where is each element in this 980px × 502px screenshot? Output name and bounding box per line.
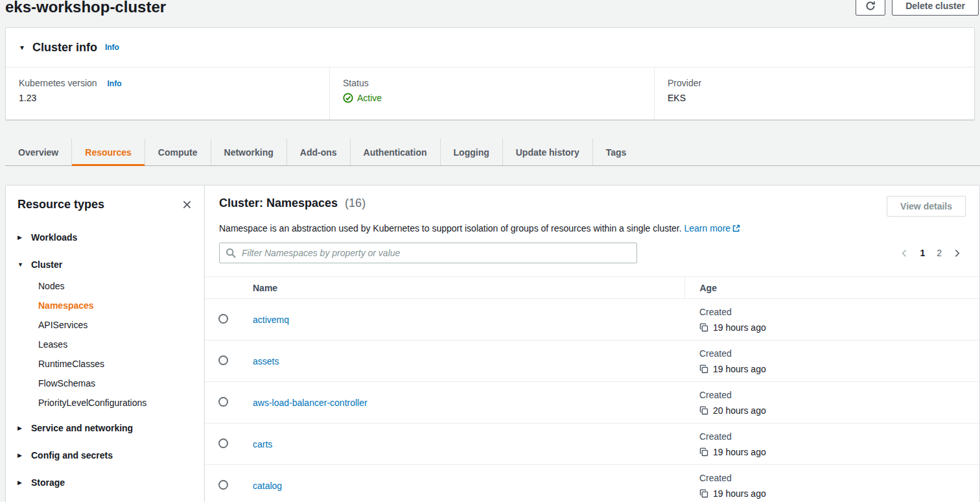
resource-item-runtimeclasses[interactable]: RuntimeClasses <box>6 354 204 374</box>
status-field: Status Active <box>330 67 655 119</box>
status-value: Active <box>343 93 654 103</box>
resource-group-service-and-networking[interactable]: ▶Service and networking <box>6 416 204 440</box>
row-radio[interactable] <box>218 480 228 490</box>
description-text: Namespace is an abstraction used by Kube… <box>219 223 682 233</box>
resource-types-panel: Resource types ▶Workloads▼ClusterNodesNa… <box>5 185 205 502</box>
age-value: 19 hours ago <box>713 321 766 334</box>
resource-group-storage[interactable]: ▶Storage <box>6 471 204 494</box>
row-radio[interactable] <box>218 355 228 365</box>
provider-value: EKS <box>668 93 974 103</box>
resource-item-nodes[interactable]: Nodes <box>6 276 204 296</box>
created-label: Created <box>699 430 979 443</box>
table-row: aws-load-balancer-controllerCreated20 ho… <box>205 382 979 424</box>
tab-networking[interactable]: Networking <box>211 139 286 165</box>
namespace-link[interactable]: activemq <box>253 315 289 325</box>
refresh-icon <box>865 1 876 11</box>
next-page-icon[interactable] <box>950 246 964 260</box>
copy-icon[interactable] <box>699 365 708 374</box>
namespaces-header: Cluster: Namespaces (16) View details <box>205 185 979 217</box>
resource-item-prioritylevelconfigurations[interactable]: PriorityLevelConfigurations <box>6 393 204 412</box>
page-title: eks-workshop-cluster <box>5 0 166 16</box>
page-number-2[interactable]: 2 <box>931 245 948 261</box>
close-icon[interactable] <box>183 200 191 209</box>
previous-page-icon[interactable] <box>898 246 911 260</box>
tab-overview[interactable]: Overview <box>5 139 71 165</box>
resource-group-workloads[interactable]: ▶Workloads <box>6 226 204 249</box>
tab-tags[interactable]: Tags <box>592 139 640 165</box>
table-header-row: Name Age <box>205 277 979 299</box>
filter-input[interactable] <box>219 243 637 263</box>
select-column-header <box>205 277 253 299</box>
resource-group-config-and-secrets[interactable]: ▶Config and secrets <box>6 444 204 467</box>
tab-authentication[interactable]: Authentication <box>350 139 440 165</box>
status-label: Status <box>343 78 654 88</box>
external-link-icon <box>732 224 740 232</box>
copy-icon[interactable] <box>699 406 708 415</box>
cluster-info-card: ▼ Cluster info Info Kubernetes version I… <box>5 27 975 120</box>
delete-cluster-button[interactable]: Delete cluster <box>892 0 979 16</box>
resource-group-label: Config and secrets <box>31 450 113 460</box>
resource-types-title: Resource types <box>18 197 104 211</box>
pagination-pages: 12 <box>914 245 948 261</box>
kubernetes-version-label: Kubernetes version <box>19 78 97 88</box>
namespaces-panel: Cluster: Namespaces (16) View details Na… <box>204 185 980 502</box>
age-value: 20 hours ago <box>713 404 766 417</box>
created-label: Created <box>699 472 979 484</box>
table-row: catalogCreated19 hours ago <box>205 465 979 502</box>
tab-compute[interactable]: Compute <box>145 139 211 165</box>
age-value: 19 hours ago <box>713 446 766 459</box>
view-details-button[interactable]: View details <box>887 196 966 217</box>
page-number-1[interactable]: 1 <box>914 245 931 261</box>
cluster-info-body: Kubernetes version Info 1.23 Status Acti… <box>6 67 974 119</box>
provider-label: Provider <box>668 78 974 88</box>
namespace-link[interactable]: aws-load-balancer-controller <box>253 398 368 408</box>
table-toolbar: 12 <box>205 235 979 263</box>
row-radio[interactable] <box>218 438 228 448</box>
caret-down-icon: ▼ <box>18 259 25 270</box>
collapse-caret-icon[interactable]: ▼ <box>19 44 25 51</box>
namespace-link[interactable]: carts <box>253 439 272 449</box>
created-label: Created <box>699 305 979 318</box>
resource-item-flowschemas[interactable]: FlowSchemas <box>6 374 204 393</box>
namespaces-tbody: activemqCreated19 hours agoassetsCreated… <box>205 299 979 502</box>
copy-icon[interactable] <box>699 448 708 457</box>
tab-update-history[interactable]: Update history <box>502 139 592 165</box>
kubernetes-version-field: Kubernetes version Info 1.23 <box>6 67 330 119</box>
search-icon <box>226 248 236 258</box>
resource-group-label: Storage <box>31 477 65 488</box>
caret-right-icon: ▶ <box>18 423 25 433</box>
namespaces-table: Name Age activemqCreated19 hours agoasse… <box>205 276 979 502</box>
copy-icon[interactable] <box>699 323 708 332</box>
tab-resources[interactable]: Resources <box>71 139 145 165</box>
namespaces-title: Cluster: Namespaces (16) <box>219 196 366 210</box>
resource-item-namespaces[interactable]: Namespaces <box>6 296 204 315</box>
namespace-link[interactable]: catalog <box>253 481 282 491</box>
table-row: cartsCreated19 hours ago <box>205 424 979 465</box>
version-info-link[interactable]: Info <box>108 79 122 88</box>
caret-right-icon: ▶ <box>18 477 25 488</box>
resource-item-leases[interactable]: Leases <box>6 335 204 354</box>
eks-cluster-page: eks-workshop-cluster Delete cluster ▼ Cl… <box>0 0 980 502</box>
row-radio[interactable] <box>218 314 228 324</box>
caret-right-icon: ▶ <box>18 450 25 460</box>
copy-icon[interactable] <box>699 489 708 498</box>
tab-add-ons[interactable]: Add-ons <box>286 139 350 165</box>
namespace-link[interactable]: assets <box>253 356 279 366</box>
cluster-info-info-link[interactable]: Info <box>105 43 119 52</box>
header-actions: Delete cluster <box>856 0 979 16</box>
filter-box <box>219 243 637 263</box>
tab-logging[interactable]: Logging <box>440 139 502 165</box>
age-value: 19 hours ago <box>713 487 766 500</box>
learn-more-text: Learn more <box>684 223 731 233</box>
learn-more-link[interactable]: Learn more <box>684 223 741 233</box>
resource-item-apiservices[interactable]: APIServices <box>6 315 204 335</box>
provider-field: Provider EKS <box>655 67 974 119</box>
cluster-info-title: Cluster info <box>32 41 97 54</box>
refresh-button[interactable] <box>856 0 885 16</box>
tab-strip: OverviewResourcesComputeNetworkingAdd-on… <box>5 139 980 166</box>
created-label: Created <box>699 347 979 360</box>
resource-group-label: Service and networking <box>31 423 133 433</box>
resource-group-cluster[interactable]: ▼Cluster <box>6 253 204 276</box>
row-radio[interactable] <box>218 397 228 407</box>
namespaces-count: (16) <box>345 197 366 209</box>
